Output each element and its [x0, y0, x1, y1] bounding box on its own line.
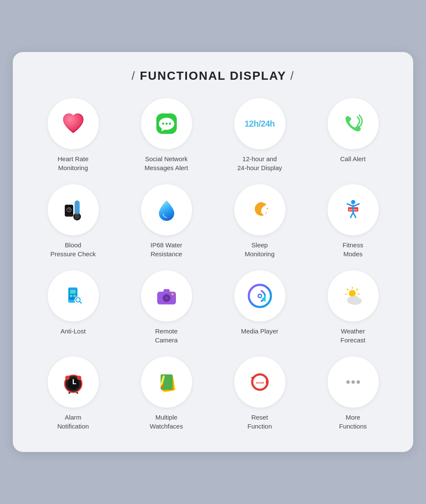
- svg-rect-28: [70, 295, 72, 297]
- feature-time: 12h/24h 12-hour and 24-hour Display: [216, 98, 303, 172]
- bp-icon-circle: [48, 184, 99, 235]
- time-display-text: 12h/24h: [245, 119, 275, 128]
- svg-rect-29: [73, 295, 76, 297]
- more-icon: [340, 368, 367, 396]
- fitness-label: Fitness Modes: [343, 240, 363, 258]
- feature-camera: Remote Camera: [123, 270, 210, 345]
- svg-line-24: [353, 212, 356, 217]
- svg-text:✦: ✦: [263, 202, 267, 206]
- water-icon-circle: [141, 184, 192, 235]
- svg-line-42: [357, 289, 357, 290]
- svg-point-36: [165, 296, 168, 300]
- feature-social: Social Network Messages Alert: [123, 98, 210, 172]
- feature-watchfaces: Multiple Watchfaces: [123, 356, 210, 431]
- fitness-icon-circle: SPORT: [328, 184, 379, 235]
- call-label: Call Alert: [340, 154, 366, 163]
- alarm-icon: [60, 368, 87, 396]
- svg-point-37: [171, 293, 173, 295]
- svg-point-19: [351, 200, 355, 204]
- media-icon: [246, 282, 273, 310]
- reset-icon-circle: reset: [234, 356, 285, 408]
- feature-more: More Functions: [310, 356, 396, 431]
- svg-point-70: [351, 380, 355, 384]
- svg-line-23: [351, 212, 353, 217]
- antilost-icon-circle: [48, 270, 99, 322]
- sleep-icon: ✦ ✦ ✦: [246, 196, 273, 223]
- camera-label: Remote Camera: [155, 327, 178, 345]
- main-card: / FUNCTIONAL DISPLAY / Hear: [13, 52, 413, 452]
- svg-point-3: [169, 123, 171, 125]
- title-text: FUNCTIONAL DISPLAY: [140, 69, 286, 82]
- feature-antilost: Anti-Lost: [30, 270, 116, 345]
- svg-text:reset: reset: [256, 381, 264, 385]
- fitness-icon: SPORT: [340, 196, 367, 223]
- heart-rate-label: Heart Rate Monitoring: [58, 154, 89, 172]
- time-icon-circle: 12h/24h: [234, 98, 285, 149]
- svg-text:✦: ✦: [265, 211, 268, 214]
- feature-call: Call Alert: [310, 98, 396, 172]
- alarm-icon-circle: [48, 356, 99, 408]
- sleep-icon-circle: ✦ ✦ ✦: [234, 184, 285, 235]
- alarm-label: Alarm Notification: [57, 413, 89, 431]
- title-slash-left: /: [132, 69, 136, 82]
- sleep-label: Sleep Monitoring: [245, 240, 274, 258]
- water-label: IP68 Water Resistance: [150, 240, 182, 258]
- svg-point-69: [346, 380, 350, 384]
- page-title: / FUNCTIONAL DISPLAY /: [30, 69, 396, 83]
- call-icon-circle: [328, 98, 379, 149]
- feature-reset: reset Reset Function: [216, 356, 303, 431]
- camera-icon-circle: [141, 270, 192, 322]
- svg-line-44: [347, 289, 348, 290]
- social-label: Social Network Messages Alert: [144, 154, 188, 172]
- heart-rate-icon-circle: [48, 98, 99, 149]
- watchfaces-label: Multiple Watchfaces: [150, 413, 183, 431]
- svg-point-38: [249, 285, 271, 307]
- weather-icon-circle: [328, 270, 379, 322]
- weather-label: Weather Forecast: [340, 327, 365, 345]
- feature-water: IP68 Water Resistance: [123, 184, 210, 258]
- feature-sleep: ✦ ✦ ✦ Sleep Monitoring: [216, 184, 303, 258]
- features-grid: Heart Rate Monitoring Social Network Mes…: [30, 98, 396, 431]
- reset-label: Reset Function: [248, 413, 272, 431]
- feature-bp: Blood Pressure Check: [30, 184, 116, 258]
- media-label: Media Player: [241, 327, 279, 336]
- svg-rect-27: [70, 290, 76, 294]
- camera-icon: [153, 282, 180, 310]
- svg-point-49: [357, 298, 362, 303]
- more-label: More Functions: [339, 413, 367, 431]
- reset-icon: reset: [246, 368, 273, 396]
- call-icon: [340, 110, 367, 137]
- feature-heart-rate: Heart Rate Monitoring: [30, 98, 116, 172]
- more-icon-circle: [328, 356, 379, 408]
- svg-point-2: [165, 123, 167, 125]
- media-icon-circle: [234, 270, 285, 322]
- feature-fitness: SPORT Fitness Modes: [310, 184, 396, 258]
- antilost-label: Anti-Lost: [60, 327, 86, 336]
- social-icon: [153, 110, 180, 137]
- heart-rate-icon: [60, 110, 87, 137]
- bp-label: Blood Pressure Check: [50, 240, 96, 258]
- svg-point-8: [75, 214, 80, 219]
- water-icon: [153, 196, 180, 223]
- svg-line-22: [353, 204, 359, 206]
- feature-weather: Weather Forecast: [310, 270, 396, 345]
- antilost-icon: [60, 282, 87, 310]
- svg-text:✦: ✦: [266, 207, 269, 211]
- social-icon-circle: [141, 98, 192, 149]
- feature-media: Media Player: [216, 270, 303, 345]
- svg-point-71: [357, 380, 360, 384]
- title-slash-right: /: [291, 69, 295, 82]
- feature-alarm: Alarm Notification: [30, 356, 116, 431]
- svg-line-21: [347, 204, 353, 206]
- bp-icon: [60, 196, 87, 223]
- time-label: 12-hour and 24-hour Display: [237, 154, 282, 172]
- watchfaces-icon-circle: [141, 356, 192, 408]
- watchfaces-icon: [153, 368, 180, 396]
- svg-point-39: [258, 294, 262, 298]
- svg-point-1: [162, 123, 164, 125]
- weather-icon: [340, 282, 367, 310]
